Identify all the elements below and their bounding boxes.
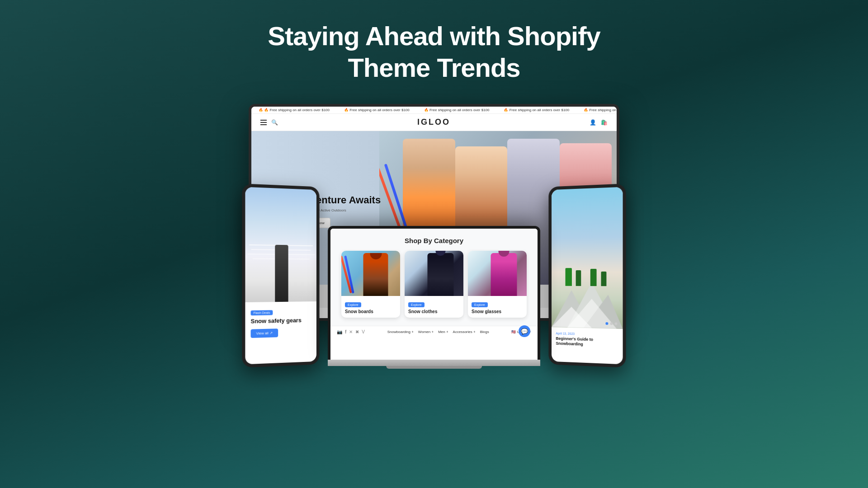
tablet-right: April 13, 2023 Beginner's Guide to Snowb… bbox=[548, 183, 626, 367]
announcement-item-2: 🔥 Free shipping on all orders over $100 bbox=[337, 108, 417, 112]
blog-content: April 13, 2023 Beginner's Guide to Snowb… bbox=[552, 327, 623, 353]
laptop-bottom-nav: 📷 f ✕ ✖ V Snowboarding + Women + Men + A… bbox=[330, 326, 538, 338]
snowboards-badge: Explore bbox=[345, 302, 361, 307]
glasses-image bbox=[468, 251, 527, 296]
brand-logo: IGLOO bbox=[417, 117, 450, 127]
snowboards-image bbox=[341, 251, 400, 296]
blog-date: April 13, 2023 bbox=[556, 332, 618, 337]
tablet-left: Flash Deals Snow safety gears View all ↗ bbox=[242, 183, 319, 367]
laptop-vine-icon[interactable]: V bbox=[362, 329, 365, 334]
laptop-screen: Shop By Category bbox=[330, 229, 538, 360]
tablet-right-screen: April 13, 2023 Beginner's Guide to Snowb… bbox=[552, 187, 623, 365]
category-card-glasses[interactable]: Explore Snow glasses bbox=[468, 251, 527, 318]
laptop-x-icon[interactable]: ✖ bbox=[355, 329, 359, 334]
search-icon[interactable]: 🔍 bbox=[271, 119, 278, 126]
nav-right: 👤 🛍️ bbox=[590, 119, 608, 126]
menu-icon[interactable] bbox=[260, 120, 267, 125]
laptop-base bbox=[328, 360, 540, 366]
announcement-item: 🔥 🔥 Free shipping on all orders over $10… bbox=[251, 108, 337, 112]
chat-bubble[interactable]: 💬 bbox=[519, 325, 530, 337]
glasses-badge: Explore bbox=[472, 302, 488, 307]
clothes-badge: Explore bbox=[408, 302, 425, 307]
announcement-bar: 🔥 🔥 Free shipping on all orders over $10… bbox=[251, 107, 617, 114]
tablet-left-screen: Flash Deals Snow safety gears View all ↗ bbox=[245, 187, 316, 365]
tablet-product-info: Flash Deals Snow safety gears View all ↗ bbox=[245, 301, 316, 344]
tablet-view-all-button[interactable]: View all ↗ bbox=[251, 329, 278, 338]
section-title: Shop By Category bbox=[339, 237, 529, 244]
clothes-label: Explore Snow clothes bbox=[405, 296, 463, 318]
announcement-item-3: 🔥 Free shipping on all orders over $100 bbox=[417, 108, 497, 112]
laptop-twitter-icon[interactable]: ✕ bbox=[349, 329, 353, 334]
laptop-instagram-icon[interactable]: 📷 bbox=[337, 329, 342, 334]
category-card-snowboards[interactable]: Explore Snow boards bbox=[341, 251, 400, 318]
mountain-svg bbox=[552, 274, 623, 329]
laptop-screen-wrapper: Shop By Category bbox=[328, 226, 540, 360]
laptop-facebook-icon[interactable]: f bbox=[345, 329, 346, 334]
nav-women[interactable]: Women + bbox=[418, 330, 434, 334]
laptop-social-icons: 📷 f ✕ ✖ V bbox=[337, 329, 365, 334]
page-title: Staying Ahead with Shopify Theme Trends bbox=[0, 20, 868, 83]
nav-accessories[interactable]: Accessories + bbox=[453, 330, 476, 334]
announcement-item-5: 🔥 Free shipping on all orders over $100 bbox=[576, 108, 617, 112]
snowboards-label: Explore Snow boards bbox=[341, 296, 400, 318]
cart-icon[interactable]: 🛍️ bbox=[601, 119, 608, 126]
shop-category-section: Shop By Category bbox=[330, 229, 538, 326]
announcement-item-4: 🔥 Free shipping on all orders over $100 bbox=[496, 108, 576, 112]
clothes-image bbox=[405, 251, 463, 296]
blog-title: Beginner's Guide to Snowboarding bbox=[556, 336, 618, 349]
glasses-name: Snow glasses bbox=[472, 309, 523, 314]
glasses-label: Explore Snow glasses bbox=[468, 296, 527, 318]
user-icon[interactable]: 👤 bbox=[590, 119, 596, 126]
ski-slope-image bbox=[245, 187, 316, 302]
laptop-nav-links: Snowboarding + Women + Men + Accessories… bbox=[387, 330, 489, 334]
nav-blogs[interactable]: Blogs bbox=[480, 330, 489, 334]
flash-deals-badge: Flash Deals bbox=[251, 310, 273, 315]
nav-left: 🔍 bbox=[260, 119, 278, 126]
snowboards-name: Snow boards bbox=[345, 309, 396, 314]
page-title-container: Staying Ahead with Shopify Theme Trends bbox=[0, 0, 868, 83]
nav-snowboarding[interactable]: Snowboarding + bbox=[387, 330, 414, 334]
category-grid: Explore Snow boards bbox=[339, 251, 529, 318]
laptop: Shop By Category bbox=[328, 226, 540, 366]
category-card-clothes[interactable]: Explore Snow clothes bbox=[405, 251, 463, 318]
nav-bar: 🔍 IGLOO 👤 🛍️ bbox=[251, 114, 617, 131]
nav-men[interactable]: Men + bbox=[438, 330, 448, 334]
devices-container: 🔥 🔥 Free shipping on all orders over $10… bbox=[231, 104, 637, 366]
mountain-image bbox=[552, 187, 623, 329]
tablet-product-name: Snow safety gears bbox=[251, 317, 311, 325]
clothes-name: Snow clothes bbox=[408, 309, 460, 314]
progress-dots bbox=[605, 322, 617, 325]
